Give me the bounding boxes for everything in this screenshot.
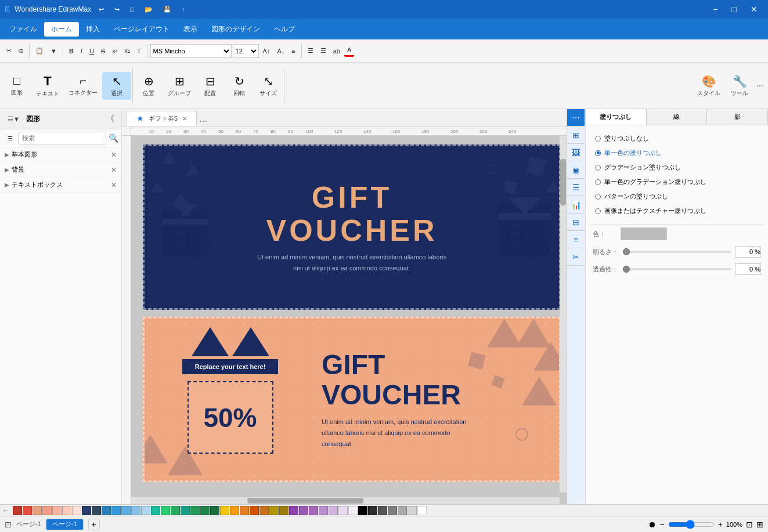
font-color-button[interactable]: A <box>344 45 354 57</box>
fill-solid[interactable]: 単一色の塗りつぶし <box>593 146 761 160</box>
zoom-out-button[interactable]: − <box>659 520 664 529</box>
fill-gradient[interactable]: グラデーション塗りつぶし <box>593 160 761 175</box>
sidebar-section-bg[interactable]: ▶ 背景 ✕ <box>0 162 121 178</box>
tool-connector[interactable]: ⌐ コネクター <box>64 72 102 99</box>
color-swatch-item[interactable] <box>62 506 71 515</box>
new-button[interactable]: □ <box>127 4 137 15</box>
right-icon-chart[interactable]: 📊 <box>567 196 585 213</box>
color-swatch-item[interactable] <box>250 506 259 515</box>
right-icon-layers[interactable]: ◉ <box>567 161 585 179</box>
section-bg-close[interactable]: ✕ <box>111 166 117 174</box>
voucher-top[interactable]: GIFT VOUCHER Ut enim ad minim veniam, qu… <box>143 144 561 310</box>
color-swatch-item[interactable] <box>358 506 367 515</box>
color-swatch-item[interactable] <box>259 506 269 515</box>
paste-options-button[interactable]: ▼ <box>48 46 60 56</box>
fill-none[interactable]: 塗りつぶしなし <box>593 131 761 146</box>
more-button[interactable]: ⋯ <box>192 4 204 15</box>
color-swatch-item[interactable] <box>279 506 289 515</box>
color-swatch-item[interactable] <box>171 506 180 515</box>
text-align[interactable]: ab <box>330 46 343 56</box>
color-swatch-item[interactable] <box>200 506 210 515</box>
replace-text-box[interactable]: Replace your text here! <box>182 359 279 374</box>
scrollbar-thumb[interactable] <box>560 159 566 205</box>
color-swatch-item[interactable] <box>121 506 131 515</box>
menu-home[interactable]: ホーム <box>44 22 79 37</box>
minimize-button[interactable]: − <box>707 2 723 16</box>
tool-size[interactable]: ⤡ サイズ <box>254 72 283 100</box>
color-swatch-item[interactable] <box>181 506 190 515</box>
color-swatch-item[interactable] <box>368 506 377 515</box>
color-bar-arrow[interactable]: ← <box>2 506 9 515</box>
voucher-bottom[interactable]: Replace your text here! 50% GIFT VOUCHER… <box>143 317 561 482</box>
menu-shape-design[interactable]: 図形のデザイン <box>204 22 267 37</box>
font-size-select[interactable]: 12 <box>233 44 259 58</box>
color-swatch-item[interactable] <box>220 506 229 515</box>
toolbar2-expand[interactable]: ⋯ <box>754 82 766 90</box>
color-swatch-item[interactable] <box>348 506 358 515</box>
tab-close[interactable]: ✕ <box>182 115 187 122</box>
redo-button[interactable]: ↪ <box>111 4 122 15</box>
color-swatch[interactable] <box>621 227 667 240</box>
list-number[interactable]: ☰ <box>318 45 329 56</box>
color-swatch-item[interactable] <box>408 506 417 515</box>
color-swatch-item[interactable] <box>289 506 298 515</box>
fit-button[interactable]: ⊡ <box>746 520 753 529</box>
section-basic-close[interactable]: ✕ <box>111 151 117 159</box>
color-swatch-item[interactable] <box>141 506 150 515</box>
color-swatch-item[interactable] <box>131 506 140 515</box>
color-swatch-item[interactable] <box>299 506 308 515</box>
right-icon-grid[interactable]: ⊞ <box>567 126 585 144</box>
transparency-slider[interactable] <box>623 268 731 270</box>
color-swatch-item[interactable] <box>92 506 101 515</box>
section-text-close[interactable]: ✕ <box>111 181 117 189</box>
transparency-value[interactable]: 0 % <box>735 263 761 275</box>
expand-view-button[interactable]: ⊞ <box>756 520 763 529</box>
cut-button[interactable]: ✂ <box>3 45 15 56</box>
color-swatch-item[interactable] <box>33 506 42 515</box>
subscript-button[interactable]: x₂ <box>121 45 133 56</box>
color-swatch-item[interactable] <box>269 506 279 515</box>
font-size-up[interactable]: A↑ <box>260 46 273 56</box>
zoom-in-button[interactable]: + <box>718 520 723 529</box>
tool-group[interactable]: ⊞ グループ <box>163 72 196 100</box>
open-button[interactable]: 📂 <box>142 4 156 15</box>
maximize-button[interactable]: □ <box>726 2 742 16</box>
menu-file[interactable]: ファイル <box>2 22 44 37</box>
color-swatch-item[interactable] <box>190 506 200 515</box>
search-button[interactable]: 🔍 <box>109 133 118 143</box>
sidebar-section-text[interactable]: ▶ テキストボックス ✕ <box>0 178 121 193</box>
scrollbar-h-thumb[interactable] <box>247 498 363 504</box>
search-input[interactable] <box>18 132 106 144</box>
page-nav-left[interactable]: ⊡ <box>5 520 12 529</box>
font-size-down[interactable]: A↓ <box>274 46 287 56</box>
menu-help[interactable]: ヘルプ <box>267 22 302 37</box>
menu-page-layout[interactable]: ページレイアウト <box>107 22 176 37</box>
tool-tools[interactable]: 🔧 ツール <box>725 72 754 100</box>
color-swatch-item[interactable] <box>230 506 239 515</box>
tool-text[interactable]: T テキスト <box>31 71 64 100</box>
underline-button[interactable]: U <box>86 46 97 56</box>
tab-shadow[interactable]: 影 <box>707 109 768 125</box>
menu-insert[interactable]: 挿入 <box>79 22 107 37</box>
tool-shape[interactable]: □ 図形 <box>2 72 31 99</box>
tool-style[interactable]: 🎨 スタイル <box>693 72 725 100</box>
align-left[interactable]: ≡ <box>289 46 298 56</box>
color-swatch-item[interactable] <box>111 506 121 515</box>
canvas-scroll[interactable]: GIFT VOUCHER Ut enim ad minim veniam, qu… <box>131 136 567 504</box>
color-swatch-item[interactable] <box>52 506 62 515</box>
color-swatch-item[interactable] <box>151 506 160 515</box>
bold-button[interactable]: B <box>66 46 77 56</box>
tab-line[interactable]: 線 <box>647 109 708 125</box>
search-shapes-menu[interactable]: ☰ <box>5 133 16 143</box>
page-tab-1[interactable]: ページ-1 <box>46 519 84 530</box>
tool-select[interactable]: ↖ 選択 <box>102 72 131 100</box>
italic-button[interactable]: I <box>78 46 85 56</box>
record-button[interactable]: ⏺ <box>648 520 656 529</box>
export-button[interactable]: ↑ <box>179 4 188 15</box>
color-swatch-item[interactable] <box>388 506 397 515</box>
color-swatch-item[interactable] <box>161 506 170 515</box>
save-button[interactable]: 💾 <box>160 4 174 15</box>
fill-image[interactable]: 画像またはテクスチャー塗りつぶし <box>593 204 761 218</box>
color-swatch-item[interactable] <box>42 506 52 515</box>
scrollbar-h[interactable] <box>131 497 560 504</box>
